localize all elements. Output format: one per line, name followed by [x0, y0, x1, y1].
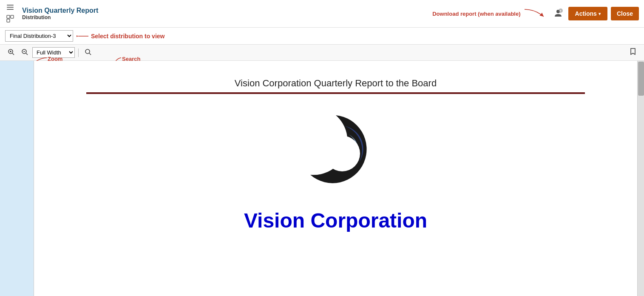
- actions-label: Actions: [575, 10, 597, 17]
- svg-line-16: [26, 53, 28, 55]
- report-title-underline: [86, 92, 584, 94]
- layout-btn[interactable]: [5, 14, 15, 25]
- svg-rect-3: [7, 15, 10, 18]
- search-button[interactable]: [82, 47, 94, 59]
- toolbar-separator: [78, 48, 79, 57]
- zoom-in-icon: [7, 48, 15, 56]
- download-annotation-label: Download report (when available): [432, 11, 520, 17]
- left-sidebar: [0, 61, 34, 296]
- report-content: Vision Corporation Quarterly Report to t…: [34, 61, 637, 296]
- header-left: Vision Quarterly Report Distribution: [5, 3, 98, 25]
- title-block: Vision Quarterly Report Distribution: [22, 7, 98, 20]
- bookmark-button[interactable]: [627, 46, 639, 59]
- svg-rect-0: [7, 5, 14, 6]
- close-button[interactable]: Close: [611, 7, 639, 20]
- svg-rect-1: [7, 7, 14, 8]
- distribution-annotation: Select distribution to view: [77, 32, 165, 40]
- svg-point-19: [324, 136, 360, 171]
- toolbar-row: Full Width 25% 50% 75% 100% 150% 200%: [0, 45, 644, 61]
- bookmark-icon: [629, 48, 637, 55]
- svg-text:+: +: [559, 9, 562, 13]
- svg-line-18: [89, 53, 91, 55]
- logo-area: [293, 107, 378, 200]
- actions-caret-icon: ▾: [599, 11, 601, 16]
- svg-line-13: [12, 53, 14, 55]
- report-title: Vision Corporation Quarterly Report to t…: [235, 78, 437, 89]
- select-distribution-label: Select distribution to view: [91, 33, 165, 40]
- header-bar: Vision Quarterly Report Distribution Dow…: [0, 0, 644, 28]
- main-container: Vision Quarterly Report Distribution Dow…: [0, 0, 644, 296]
- search-icon: [84, 48, 92, 56]
- page-title: Vision Quarterly Report: [22, 7, 98, 14]
- distribution-arrow-icon: [77, 32, 89, 40]
- content-area: Vision Corporation Quarterly Report to t…: [0, 61, 644, 296]
- download-arrow-icon: [522, 7, 548, 20]
- svg-rect-4: [11, 15, 14, 18]
- scrollbar-thumb[interactable]: [638, 62, 644, 96]
- header-right: Download report (when available) +: [432, 6, 639, 21]
- zoom-out-icon: [21, 48, 28, 56]
- zoom-out-button[interactable]: [19, 47, 31, 59]
- zoom-in-button[interactable]: [5, 47, 17, 59]
- scrollbar-right[interactable]: [637, 61, 644, 296]
- sidebar-collapse-btn[interactable]: [5, 3, 15, 13]
- svg-point-17: [85, 49, 90, 54]
- vision-logo: [293, 107, 378, 200]
- actions-button[interactable]: Actions ▾: [568, 7, 607, 20]
- company-name: Vision Corporation: [244, 209, 427, 232]
- user-icon-btn[interactable]: +: [551, 6, 565, 21]
- distribution-select[interactable]: Final Distribution-3 Final Distribution-…: [5, 30, 73, 42]
- page-subtitle: Distribution: [22, 14, 98, 20]
- zoom-select[interactable]: Full Width 25% 50% 75% 100% 150% 200%: [32, 47, 75, 58]
- svg-rect-5: [7, 19, 10, 22]
- user-icon: +: [553, 8, 563, 18]
- distribution-row: Final Distribution-3 Final Distribution-…: [0, 28, 644, 45]
- svg-rect-2: [7, 9, 14, 10]
